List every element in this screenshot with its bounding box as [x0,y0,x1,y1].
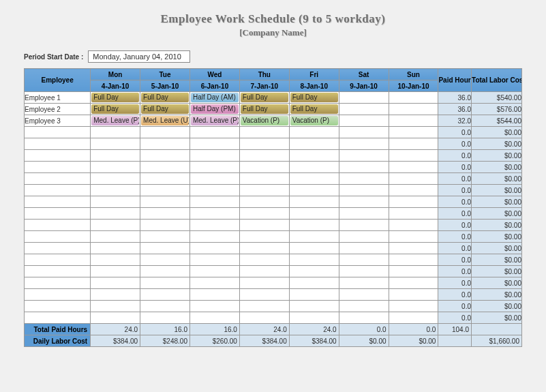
schedule-cell[interactable] [91,266,140,277]
schedule-cell[interactable] [239,254,289,266]
schedule-cell[interactable]: Med. Leave (U) [140,115,190,127]
shift-pill[interactable]: Full Day [141,93,189,102]
employee-name-cell[interactable] [25,173,91,185]
employee-name-cell[interactable] [25,185,91,196]
shift-pill[interactable]: Full Day [290,104,338,114]
schedule-cell[interactable] [389,162,438,173]
schedule-cell[interactable] [239,138,289,150]
schedule-cell[interactable] [239,127,289,138]
schedule-cell[interactable] [389,185,438,196]
schedule-cell[interactable] [239,208,289,220]
schedule-cell[interactable] [189,231,239,243]
employee-name-cell[interactable] [25,196,91,208]
schedule-cell[interactable] [140,220,190,231]
schedule-cell[interactable] [140,150,190,162]
schedule-cell[interactable] [339,104,389,115]
schedule-cell[interactable] [239,243,289,254]
employee-name-cell[interactable] [25,231,91,243]
schedule-cell[interactable]: Half Day (PM) [189,104,239,115]
schedule-cell[interactable] [91,138,140,150]
schedule-cell[interactable] [339,138,389,150]
schedule-cell[interactable] [289,150,339,162]
schedule-cell[interactable]: Full Day [140,92,190,104]
schedule-cell[interactable] [289,127,339,138]
schedule-cell[interactable] [339,127,389,138]
schedule-cell[interactable] [239,150,289,162]
period-start-date-input[interactable]: Monday, January 04, 2010 [88,50,190,63]
schedule-cell[interactable] [339,185,389,196]
schedule-cell[interactable] [389,138,438,150]
schedule-cell[interactable] [289,220,339,231]
schedule-cell[interactable]: Full Day [289,92,339,104]
schedule-cell[interactable] [389,312,438,324]
schedule-cell[interactable] [289,231,339,243]
schedule-cell[interactable] [140,277,190,289]
employee-name-cell[interactable] [25,127,91,138]
employee-name-cell[interactable]: Employee 2 [25,104,91,115]
shift-pill[interactable]: Half Day (PM) [191,104,239,114]
schedule-cell[interactable] [339,150,389,162]
employee-name-cell[interactable] [25,301,91,312]
schedule-cell[interactable] [140,289,190,301]
schedule-cell[interactable]: Full Day [91,104,140,115]
schedule-cell[interactable]: Med. Leave (P) [91,115,140,127]
schedule-cell[interactable] [239,266,289,277]
schedule-cell[interactable] [189,220,239,231]
employee-name-cell[interactable] [25,277,91,289]
schedule-cell[interactable] [339,196,389,208]
schedule-cell[interactable] [91,312,140,324]
schedule-cell[interactable] [339,92,389,104]
shift-pill[interactable]: Med. Leave (P) [191,116,239,125]
schedule-cell[interactable] [289,277,339,289]
schedule-cell[interactable]: Full Day [289,104,339,115]
shift-pill[interactable]: Vacation (P) [241,116,288,125]
schedule-cell[interactable] [389,301,438,312]
schedule-cell[interactable] [140,266,190,277]
schedule-cell[interactable] [189,243,239,254]
schedule-cell[interactable] [239,301,289,312]
schedule-cell[interactable] [140,138,190,150]
shift-pill[interactable]: Full Day [241,93,288,102]
schedule-cell[interactable] [339,220,389,231]
shift-pill[interactable]: Full Day [91,93,139,102]
schedule-cell[interactable] [389,289,438,301]
schedule-cell[interactable] [189,162,239,173]
schedule-cell[interactable] [189,254,239,266]
schedule-cell[interactable] [140,254,190,266]
schedule-cell[interactable] [189,196,239,208]
schedule-cell[interactable]: Full Day [239,92,289,104]
employee-name-cell[interactable] [25,254,91,266]
schedule-cell[interactable]: Vacation (P) [239,115,289,127]
schedule-cell[interactable] [91,254,140,266]
schedule-cell[interactable] [91,220,140,231]
shift-pill[interactable]: Half Day (AM) [191,93,239,102]
schedule-cell[interactable] [140,243,190,254]
schedule-cell[interactable] [189,173,239,185]
schedule-cell[interactable] [91,208,140,220]
schedule-cell[interactable] [140,312,190,324]
schedule-cell[interactable] [239,289,289,301]
schedule-cell[interactable] [140,162,190,173]
employee-name-cell[interactable] [25,289,91,301]
schedule-cell[interactable] [289,138,339,150]
shift-pill[interactable]: Vacation (P) [290,116,338,125]
shift-pill[interactable]: Full Day [290,93,338,102]
schedule-cell[interactable] [289,173,339,185]
schedule-cell[interactable] [239,277,289,289]
schedule-cell[interactable] [389,208,438,220]
schedule-cell[interactable] [189,138,239,150]
schedule-cell[interactable] [389,150,438,162]
schedule-cell[interactable] [389,231,438,243]
schedule-cell[interactable] [91,173,140,185]
schedule-cell[interactable] [339,301,389,312]
schedule-cell[interactable] [189,127,239,138]
schedule-cell[interactable] [189,312,239,324]
schedule-cell[interactable] [339,254,389,266]
schedule-cell[interactable] [91,185,140,196]
schedule-cell[interactable]: Vacation (P) [289,115,339,127]
schedule-cell[interactable] [91,127,140,138]
schedule-cell[interactable]: Half Day (AM) [189,92,239,104]
schedule-cell[interactable] [239,162,289,173]
schedule-cell[interactable]: Full Day [239,104,289,115]
schedule-cell[interactable]: Med. Leave (P) [189,115,239,127]
